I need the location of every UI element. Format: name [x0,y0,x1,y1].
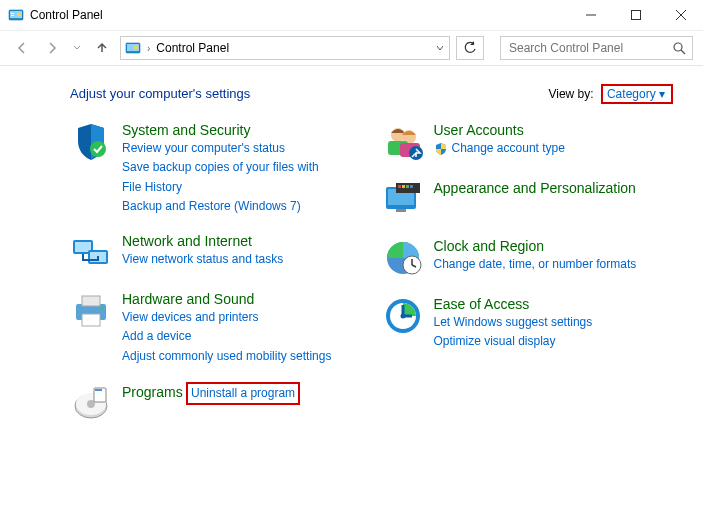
link-devices-printers[interactable]: View devices and printers [122,308,259,327]
link-file-history[interactable]: Save backup copies of your files with Fi… [122,158,332,196]
svg-rect-2 [11,13,14,14]
link-network-status[interactable]: View network status and tasks [122,250,283,269]
shield-icon [70,121,112,163]
svg-rect-16 [75,242,91,252]
category-programs[interactable]: Programs [122,384,183,400]
minimize-button[interactable] [568,0,613,30]
address-bar[interactable]: › Control Panel [120,36,450,60]
category-network[interactable]: Network and Internet [122,233,252,249]
category-appearance[interactable]: Appearance and Personalization [434,180,636,196]
svg-rect-37 [402,185,405,188]
chevron-right-icon: › [145,43,152,54]
link-suggest-settings[interactable]: Let Windows suggest settings [434,313,593,332]
ease-of-access-icon [382,295,424,337]
maximize-button[interactable] [613,0,658,30]
svg-rect-40 [396,209,406,212]
svg-rect-21 [82,314,100,326]
svg-point-11 [134,46,138,50]
refresh-button[interactable] [456,36,484,60]
category-hardware[interactable]: Hardware and Sound [122,291,254,307]
svg-point-12 [674,43,682,51]
breadcrumb[interactable]: Control Panel [156,41,229,55]
link-uninstall[interactable]: Uninstall a program [191,386,295,400]
up-button[interactable] [90,36,114,60]
svg-rect-36 [398,185,401,188]
svg-line-13 [681,50,685,54]
svg-point-49 [400,314,405,319]
network-icon [70,232,112,274]
link-add-device[interactable]: Add a device [122,327,191,346]
link-mobility[interactable]: Adjust commonly used mobility settings [122,347,331,366]
svg-rect-39 [410,185,413,188]
search-box[interactable] [500,36,693,60]
category-ease-of-access[interactable]: Ease of Access [434,296,530,312]
close-button[interactable] [658,0,703,30]
svg-point-14 [90,141,106,157]
programs-icon [70,382,112,424]
forward-button[interactable] [40,36,64,60]
control-panel-icon [125,40,141,56]
svg-point-22 [101,306,104,309]
category-user-accounts[interactable]: User Accounts [434,122,524,138]
svg-rect-38 [406,185,409,188]
uac-shield-icon [434,142,448,156]
svg-rect-27 [95,389,102,391]
back-button[interactable] [10,36,34,60]
link-change-date[interactable]: Change date, time, or number formats [434,255,637,274]
category-system-security[interactable]: System and Security [122,122,250,138]
window-title: Control Panel [30,8,103,22]
viewby-dropdown[interactable]: Category ▾ [601,84,673,104]
search-input[interactable] [507,40,672,56]
clock-icon [382,237,424,279]
user-accounts-icon [382,121,424,163]
link-change-account-type[interactable]: Change account type [452,139,565,158]
category-clock[interactable]: Clock and Region [434,238,545,254]
viewby-label: View by: [548,87,593,101]
svg-rect-3 [11,15,14,16]
address-dropdown-icon[interactable] [435,43,445,53]
link-optimize-display[interactable]: Optimize visual display [434,332,556,351]
link-backup-restore[interactable]: Backup and Restore (Windows 7) [122,197,301,216]
control-panel-icon [8,7,24,23]
svg-rect-6 [631,11,640,20]
link-review-status[interactable]: Review your computer's status [122,139,285,158]
appearance-icon [382,179,424,221]
page-title: Adjust your computer's settings [70,86,250,101]
svg-point-4 [17,13,21,17]
svg-rect-20 [82,296,100,306]
recent-locations-button[interactable] [70,36,84,60]
search-icon[interactable] [672,41,686,55]
printer-icon [70,290,112,332]
